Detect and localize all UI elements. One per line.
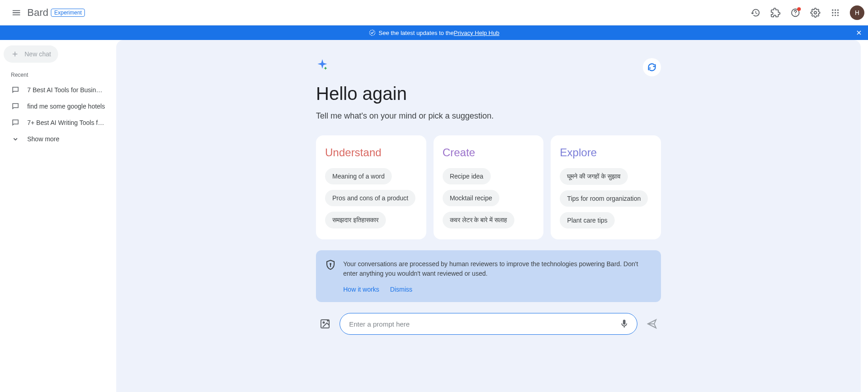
input-row — [316, 313, 661, 335]
hero-title: Hello again — [316, 84, 661, 104]
suggestion-chip[interactable]: कवर लेटर के बारे में सलाह — [443, 212, 514, 228]
svg-point-7 — [834, 12, 836, 13]
send-button[interactable] — [643, 315, 661, 333]
sidebar-item-label: 7 Best AI Tools for Business Gro... — [27, 86, 105, 94]
header-icons: H — [746, 4, 864, 22]
main-area: Hello again Tell me what's on your mind … — [116, 40, 861, 392]
extension-icon — [770, 8, 780, 18]
notification-dot — [797, 7, 801, 11]
banner-link[interactable]: Privacy Help Hub — [454, 30, 499, 36]
sidebar-item-chat[interactable]: 7+ Best AI Writing Tools for Cop... — [4, 114, 113, 131]
svg-point-1 — [795, 14, 795, 15]
privacy-notice: Your conversations are processed by huma… — [316, 250, 661, 302]
gear-icon — [810, 8, 820, 18]
extensions-button[interactable] — [766, 4, 784, 22]
user-avatar[interactable]: H — [850, 5, 864, 20]
card-title: Explore — [560, 146, 652, 159]
banner-close-button[interactable] — [853, 27, 864, 38]
sidebar-item-chat[interactable]: 7 Best AI Tools for Business Gro... — [4, 82, 113, 98]
chat-icon — [11, 85, 20, 94]
understand-card: Understand Meaning of a word Pros and co… — [316, 135, 426, 239]
show-more-button[interactable]: Show more — [4, 131, 113, 147]
sidebar-item-chat[interactable]: find me some google hotels — [4, 98, 113, 114]
help-button[interactable] — [786, 4, 804, 22]
suggestion-chip[interactable]: Plant care tips — [560, 212, 615, 228]
apps-button[interactable] — [826, 4, 844, 22]
plus-icon — [11, 50, 19, 58]
svg-point-12 — [370, 30, 375, 35]
privacy-banner: See the latest updates to the Privacy He… — [0, 25, 868, 40]
chevron-down-icon — [11, 134, 20, 144]
history-icon — [750, 8, 760, 18]
new-chat-label: New chat — [25, 50, 51, 58]
settings-button[interactable] — [806, 4, 824, 22]
banner-prefix: See the latest updates to the — [379, 30, 454, 36]
send-icon — [646, 318, 657, 329]
svg-point-4 — [834, 9, 836, 10]
svg-point-2 — [814, 11, 817, 14]
apps-grid-icon — [831, 8, 840, 17]
svg-point-10 — [834, 15, 836, 16]
logo-area: Bard Experiment — [27, 7, 85, 19]
svg-point-6 — [832, 12, 833, 13]
sidebar: New chat Recent 7 Best AI Tools for Busi… — [0, 40, 116, 392]
sidebar-item-label: find me some google hotels — [27, 103, 105, 110]
svg-point-9 — [832, 15, 833, 16]
svg-point-5 — [837, 9, 838, 10]
prompt-input[interactable] — [349, 320, 615, 328]
prompt-input-wrap[interactable] — [340, 313, 637, 335]
close-icon — [855, 29, 863, 36]
chat-icon — [11, 118, 20, 127]
refresh-button[interactable] — [643, 58, 661, 76]
suggestion-chip[interactable]: Pros and cons of a product — [325, 190, 415, 206]
svg-point-8 — [837, 12, 838, 13]
svg-point-15 — [323, 322, 325, 323]
activity-button[interactable] — [746, 4, 764, 22]
suggestion-chip[interactable]: Recipe idea — [443, 168, 491, 184]
sidebar-item-label: 7+ Best AI Writing Tools for Cop... — [27, 119, 105, 126]
suggestion-chip[interactable]: Tips for room organization — [560, 190, 648, 207]
image-icon — [320, 318, 330, 329]
menu-icon — [11, 8, 21, 18]
suggestion-chip[interactable]: Meaning of a word — [325, 168, 392, 184]
svg-point-3 — [832, 9, 833, 10]
show-more-label: Show more — [27, 135, 105, 143]
refresh-icon — [647, 63, 656, 72]
notice-text: Your conversations are processed by huma… — [343, 259, 652, 278]
logo-text: Bard — [27, 7, 48, 19]
spark-icon — [316, 58, 661, 73]
card-title: Create — [443, 146, 535, 159]
suggestion-chip[interactable]: समझदार इतिहासकार — [325, 212, 386, 228]
experiment-badge: Experiment — [51, 9, 85, 17]
dismiss-button[interactable]: Dismiss — [390, 286, 412, 293]
verified-icon — [369, 29, 376, 36]
explore-card: Explore घूमने की जगहों के सुझाव Tips for… — [551, 135, 661, 239]
menu-button[interactable] — [7, 4, 25, 22]
privacy-shield-icon — [325, 259, 336, 293]
image-upload-button[interactable] — [316, 315, 334, 333]
suggestion-chip[interactable]: घूमने की जगहों के सुझाव — [560, 168, 628, 185]
new-chat-button[interactable]: New chat — [4, 45, 58, 63]
hero-subtitle: Tell me what's on your mind or pick a su… — [316, 111, 661, 121]
card-title: Understand — [325, 146, 417, 159]
create-card: Create Recipe idea Mocktail recipe कवर ल… — [434, 135, 544, 239]
chat-icon — [11, 102, 20, 111]
mic-button[interactable] — [615, 315, 633, 333]
suggestion-cards: Understand Meaning of a word Pros and co… — [316, 135, 661, 239]
svg-point-11 — [837, 15, 838, 16]
how-it-works-link[interactable]: How it works — [343, 286, 379, 293]
app-header: Bard Experiment H — [0, 0, 868, 25]
svg-point-13 — [330, 263, 331, 264]
recent-heading: Recent — [4, 63, 113, 82]
suggestion-chip[interactable]: Mocktail recipe — [443, 190, 499, 206]
mic-icon — [619, 319, 629, 329]
